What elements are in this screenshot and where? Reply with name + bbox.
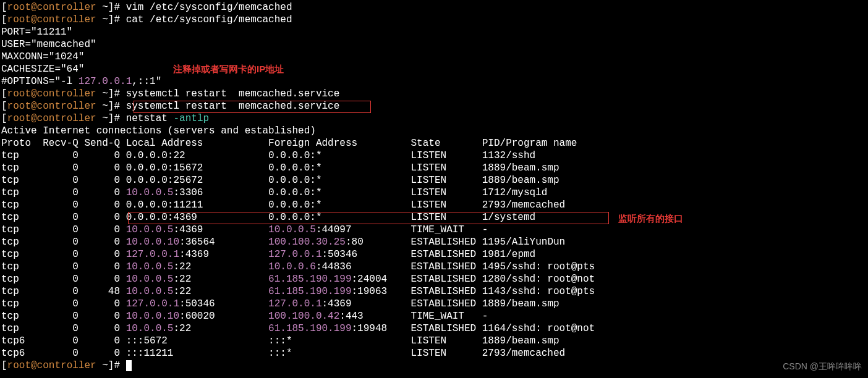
netstat-row: tcp 0 0 10.0.0.10:60020 100.100.0.42:443… (1, 310, 867, 322)
cursor-icon (126, 360, 132, 371)
netstat-row: tcp 0 0 10.0.0.5:22 10.0.0.6:44836 ESTAB… (1, 261, 867, 273)
final-prompt[interactable]: [root@controller ~]# (1, 359, 867, 372)
annotation-listen: 监听所有的接口 (618, 213, 683, 225)
netstat-row: tcp 0 0 0.0.0.0:22 0.0.0.0:* LISTEN 1132… (1, 149, 867, 162)
netstat-row: tcp 0 0 0.0.0.0:4369 0.0.0.0:* LISTEN 1/… (1, 211, 867, 224)
prompt-line: [root@controller ~]# systemctl restart m… (1, 88, 867, 100)
netstat-row: tcp 0 0 10.0.0.5:22 61.185.190.199:24004… (1, 273, 867, 285)
annotation-comment: 注释掉或者写网卡的IP地址 (173, 64, 284, 75)
netstat-row: tcp 0 0 0.0.0.0:15672 0.0.0.0:* LISTEN 1… (1, 162, 867, 174)
netstat-header: Active Internet connections (servers and… (1, 125, 867, 137)
netstat-row: tcp 0 0 0.0.0.0:11211 0.0.0.0:* LISTEN 2… (1, 199, 867, 211)
netstat-row: tcp 0 0 127.0.0.1:4369 127.0.0.1:50346 E… (1, 248, 867, 261)
config-line: PORT="11211" (1, 26, 867, 38)
netstat-row: tcp6 0 0 :::5672 :::* LISTEN 1889/beam.s… (1, 335, 867, 347)
netstat-row: tcp 0 0 10.0.0.5:3306 0.0.0.0:* LISTEN 1… (1, 187, 867, 199)
netstat-row: tcp6 0 0 :::11211 :::* LISTEN 2793/memca… (1, 347, 867, 359)
prompt-line: [root@controller ~]# vim /etc/sysconfig/… (1, 1, 867, 14)
prompt-line: [root@controller ~]# netstat -antlp (1, 112, 867, 125)
netstat-columns: Proto Recv-Q Send-Q Local Address Foreig… (1, 137, 867, 149)
config-line: CACHESIZE="64" (1, 63, 867, 75)
netstat-row: tcp 0 48 10.0.0.5:22 61.185.190.199:1906… (1, 285, 867, 298)
netstat-row: tcp 0 0 0.0.0.0:25672 0.0.0.0:* LISTEN 1… (1, 174, 867, 187)
netstat-table: Proto Recv-Q Send-Q Local Address Foreig… (1, 137, 867, 359)
terminal-output: [root@controller ~]# vim /etc/sysconfig/… (1, 1, 867, 372)
netstat-row: tcp 0 0 10.0.0.5:4369 10.0.0.5:44097 TIM… (1, 224, 867, 236)
config-line: USER="memcached" (1, 38, 867, 51)
prompt-line: [root@controller ~]# systemctl restart m… (1, 100, 867, 112)
netstat-row: tcp 0 0 127.0.0.1:50346 127.0.0.1:4369 E… (1, 298, 867, 310)
config-line: MAXCONN="1024" (1, 51, 867, 63)
options-line: #OPTIONS="-l 127.0.0.1,::1" (1, 75, 867, 88)
prompt-line: [root@controller ~]# cat /etc/sysconfig/… (1, 14, 867, 26)
netstat-row: tcp 0 0 10.0.0.10:36564 100.100.30.25:80… (1, 236, 867, 248)
netstat-row: tcp 0 0 10.0.0.5:22 61.185.190.199:19948… (1, 322, 867, 335)
watermark: CSDN @王哞哞哞哞 (783, 361, 862, 372)
